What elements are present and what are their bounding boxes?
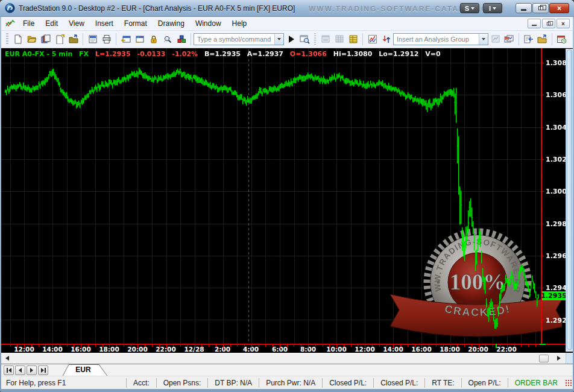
insert-analysis-button-disabled[interactable] [488,33,502,46]
chart-status-line: EUR A0-FX - 5 min FX L=1.2935 -0.0133 -1… [5,50,445,58]
menu-help[interactable]: Help [227,17,253,30]
restore-button[interactable] [532,3,549,13]
analysis-group-stack-button[interactable]: M [502,33,516,46]
statusbar-purch-pwr[interactable]: Purch Pwr: N/A [259,378,322,388]
analysis-group-input[interactable]: Insert an Analysis Group [393,33,488,45]
price-tick [541,320,544,320]
previous-window-button[interactable] [119,33,133,46]
matrix-button-disabled[interactable] [332,33,346,46]
chart-size-button[interactable] [539,355,549,362]
tradestation-window: TradeStation 9.0 - Desktop #2 - EUR - [C… [0,0,574,392]
objects-button[interactable] [174,33,188,46]
scroll-left-icon[interactable] [5,356,9,361]
save-page-button[interactable] [52,33,66,46]
last-page-button[interactable] [38,365,48,375]
find-symbol-button[interactable] [160,33,174,46]
first-page-button[interactable] [4,365,14,375]
menu-insert[interactable]: Insert [90,17,119,30]
open-workspace-button[interactable] [25,33,39,46]
time-minor-tick [173,345,174,347]
statusbar-dt-bp[interactable]: DT BP: N/A [207,378,259,388]
lock-button[interactable] [147,33,160,46]
toolbar-grip[interactable] [6,33,8,45]
menu-file[interactable]: File [17,17,40,30]
time-minor-tick [273,345,273,347]
statusbar-open-pl[interactable]: Open P/L: [461,378,508,388]
menu-window[interactable]: Window [190,17,227,30]
time-minor-tick [216,345,216,347]
print-preview-button[interactable] [86,33,99,46]
next-page-button[interactable] [27,365,37,375]
format-window-button[interactable] [133,33,147,46]
mdi-close-button[interactable]: × [557,19,570,28]
chart-plot-area[interactable]: WWW.TRADING-SOFTWARE.ORG 100% CRACKED! E… [1,48,573,353]
vertical-scrollbar-thumb[interactable] [567,49,572,350]
symbol-dropdown-button[interactable] [274,34,283,45]
time-tick [393,345,394,349]
menu-edit[interactable]: Edit [40,17,63,30]
order-bar-button[interactable]: ORDER BAR [508,378,564,388]
time-minor-tick [201,345,202,347]
price-bars-canvas [1,48,541,344]
save-page-icon [55,34,65,44]
statusbar-closed-pl-2[interactable]: Closed P/L: [373,378,424,388]
chart-analysis-button[interactable] [365,33,379,46]
time-minor-tick [180,345,181,347]
quote-board-button[interactable] [346,33,360,46]
time-minor-tick [88,345,89,347]
export-button[interactable] [535,33,549,46]
statusbar-closed-pl-1[interactable]: Closed P/L: [322,378,373,388]
time-minor-tick [60,345,60,347]
save-workspaces-button[interactable] [39,33,52,46]
time-minor-tick [152,345,153,347]
statusbar-acct[interactable]: Acct: [126,378,156,388]
time-minor-tick [436,345,437,347]
price-axis[interactable]: 1.3080 1.3060 1.3040 1.3020 1.3000 1.298… [541,48,566,344]
resize-grip[interactable] [564,379,572,387]
updown-arrows-button[interactable] [379,33,393,46]
new-workspace-button[interactable] [11,33,25,46]
time-minor-tick [315,345,316,347]
tab-eur[interactable]: EUR [55,364,111,376]
current-time-tick [496,344,497,348]
time-minor-tick [344,345,344,347]
s-dropdown-button[interactable]: S [460,3,479,13]
time-minor-tick [485,345,486,347]
price-tick [541,159,544,160]
menu-drawing[interactable]: Drawing [153,17,190,30]
archive-workspace-button[interactable] [66,33,80,46]
i-dropdown-button[interactable]: I [483,3,502,13]
time-minor-tick [31,345,32,347]
minimize-button[interactable] [516,3,532,13]
mdi-minimize-button[interactable] [528,19,541,28]
menu-format[interactable]: Format [119,17,153,30]
session-times-button[interactable] [555,33,569,46]
price-tick [541,127,544,128]
symbol-lookup-button[interactable] [298,33,312,46]
close-button[interactable]: × [549,3,569,13]
price-minor-tick [541,271,543,272]
scroll-right-icon[interactable] [557,356,561,361]
radarscreen-button-disabled[interactable] [318,33,332,46]
mdi-restore-button[interactable] [542,19,555,28]
time-tick [336,345,337,349]
print-button[interactable] [99,33,113,46]
radarscreen-icon [321,34,330,44]
symbol-command-input[interactable]: Type a symbol/command [194,33,284,45]
menu-view[interactable]: View [63,17,90,30]
page-tab-row: EUR [1,364,573,376]
analysis-dropdown-button[interactable] [479,34,488,45]
time-minor-tick [159,345,160,347]
time-axis[interactable]: 12:00 14:00 16:00 18:00 20:00 22:00 12/2… [1,344,573,353]
statusbar-rt-te[interactable]: RT TE: [424,378,461,388]
chart-window-icon [5,19,15,28]
vertical-scrollbar[interactable] [566,49,573,352]
import-button[interactable] [522,33,535,46]
statusbar-open-psns[interactable]: Open Psns: [156,378,208,388]
previous-page-button[interactable] [15,365,25,375]
tab-eur-label: EUR [55,365,111,374]
time-minor-tick [116,345,117,347]
status-last: L=1.2935 [95,50,131,58]
price-tick [541,95,544,95]
go-button[interactable] [284,33,298,46]
